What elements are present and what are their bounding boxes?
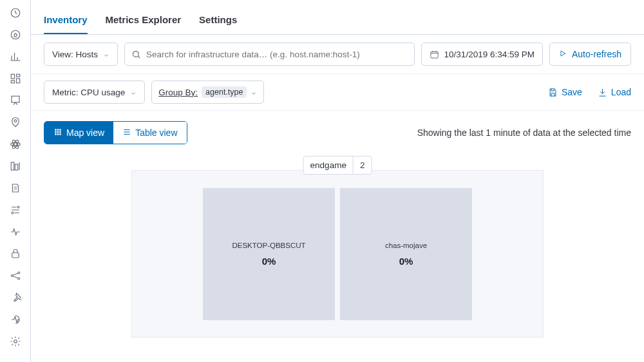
svg-rect-13	[15, 164, 18, 170]
svg-point-31	[60, 133, 61, 135]
search-input-wrapper[interactable]	[124, 43, 415, 66]
map-view-label: Map view	[66, 128, 104, 138]
svg-point-14	[17, 206, 19, 208]
svg-point-7	[14, 120, 17, 122]
management-icon[interactable]	[9, 335, 22, 348]
top-tabs: Inventory Metrics Explorer Settings	[31, 0, 644, 35]
download-icon	[598, 88, 607, 97]
main-content: Inventory Metrics Explorer Settings View…	[31, 0, 644, 362]
maps-icon[interactable]	[9, 116, 22, 129]
tab-inventory[interactable]: Inventory	[44, 14, 88, 34]
svg-point-18	[17, 272, 19, 274]
svg-rect-12	[11, 162, 14, 170]
host-node-value: 0%	[399, 256, 413, 267]
host-node[interactable]: chas-mojave 0%	[340, 188, 472, 320]
table-view-label: Table view	[135, 128, 177, 138]
metrics-icon[interactable]	[9, 160, 22, 173]
svg-point-15	[12, 212, 14, 214]
chevron-down-icon	[251, 89, 257, 95]
filter-toolbar: View: Hosts 10/31/2019 6:34:59 PM Auto-r…	[31, 35, 644, 74]
graph-icon[interactable]	[9, 269, 22, 282]
svg-point-26	[55, 131, 57, 133]
data-range-status: Showing the last 1 minute of data at the…	[417, 128, 631, 138]
svg-point-1	[11, 30, 20, 39]
visualize-icon[interactable]	[9, 50, 22, 63]
svg-point-21	[133, 51, 139, 57]
groupby-label: Group By:	[158, 88, 198, 97]
group-body: DESKTOP-QBBSCUT 0% chas-mojave 0%	[131, 170, 544, 338]
svg-rect-5	[11, 81, 14, 83]
uptime-icon[interactable]	[9, 225, 22, 238]
group-count: 2	[354, 157, 372, 174]
monitoring-icon[interactable]	[9, 313, 22, 326]
siem-icon[interactable]	[9, 247, 22, 260]
search-input[interactable]	[146, 50, 408, 59]
table-view-button[interactable]: Table view	[113, 122, 186, 144]
save-icon	[548, 88, 558, 97]
svg-point-24	[57, 129, 59, 130]
recent-icon[interactable]	[9, 6, 22, 19]
groupby-select[interactable]: Group By: agent.type	[151, 81, 264, 104]
host-node[interactable]: DESKTOP-QBBSCUT 0%	[203, 188, 335, 320]
svg-point-28	[60, 131, 61, 133]
chevron-down-icon	[130, 89, 137, 95]
metric-select-label: Metric: CPU usage	[52, 88, 125, 97]
devtools-icon[interactable]	[9, 291, 22, 304]
auto-refresh-label: Auto-refresh	[572, 49, 621, 59]
save-button[interactable]: Save	[548, 87, 582, 97]
grid-icon	[53, 128, 62, 138]
calendar-icon	[430, 50, 439, 59]
host-node-name: chas-mojave	[385, 242, 427, 249]
view-toggle-toolbar: Map view Table view Showing the last 1 m…	[31, 111, 644, 151]
svg-rect-3	[16, 74, 19, 77]
svg-rect-16	[12, 253, 19, 258]
apm-icon[interactable]	[9, 204, 22, 216]
view-select[interactable]: View: Hosts	[44, 43, 118, 66]
ml-icon[interactable]	[9, 138, 22, 151]
logs-icon[interactable]	[9, 182, 22, 195]
load-button[interactable]: Load	[598, 87, 631, 97]
svg-point-29	[55, 133, 57, 135]
group-name: endgame	[304, 157, 354, 174]
play-icon	[559, 49, 567, 59]
svg-point-23	[55, 129, 57, 130]
dashboard-icon[interactable]	[9, 72, 22, 85]
view-toggle-group: Map view Table view	[44, 121, 187, 144]
group-header[interactable]: endgame 2	[303, 156, 372, 175]
host-node-value: 0%	[262, 256, 276, 267]
svg-point-25	[60, 129, 61, 130]
svg-point-19	[17, 278, 19, 280]
left-nav-sidebar	[0, 0, 31, 362]
save-label: Save	[562, 87, 582, 97]
svg-point-30	[57, 133, 59, 135]
view-select-label: View: Hosts	[52, 50, 98, 59]
svg-point-20	[14, 340, 17, 343]
groupby-pill: agent.type	[202, 86, 247, 98]
load-label: Load	[611, 87, 631, 97]
host-node-name: DESKTOP-QBBSCUT	[232, 242, 305, 249]
tab-settings[interactable]: Settings	[199, 14, 237, 34]
svg-rect-6	[12, 96, 19, 102]
auto-refresh-button[interactable]: Auto-refresh	[549, 43, 631, 66]
svg-point-27	[57, 131, 59, 133]
chevron-down-icon	[103, 51, 109, 57]
inventory-canvas: endgame 2 DESKTOP-QBBSCUT 0% chas-mojave…	[31, 151, 644, 362]
datetime-value: 10/31/2019 6:34:59 PM	[444, 50, 535, 59]
svg-rect-22	[430, 52, 437, 58]
svg-point-8	[14, 143, 17, 146]
tab-metrics-explorer[interactable]: Metrics Explorer	[106, 14, 182, 34]
datetime-picker[interactable]: 10/31/2019 6:34:59 PM	[421, 43, 543, 66]
discover-icon[interactable]	[9, 28, 22, 41]
canvas-icon[interactable]	[9, 94, 22, 107]
list-icon	[122, 128, 131, 138]
svg-rect-2	[11, 74, 14, 79]
metric-select[interactable]: Metric: CPU usage	[44, 81, 145, 104]
map-view-button[interactable]: Map view	[44, 122, 113, 144]
metric-toolbar: Metric: CPU usage Group By: agent.type S…	[31, 74, 644, 111]
svg-point-17	[11, 275, 13, 277]
svg-rect-4	[16, 79, 19, 83]
search-icon	[131, 50, 141, 59]
